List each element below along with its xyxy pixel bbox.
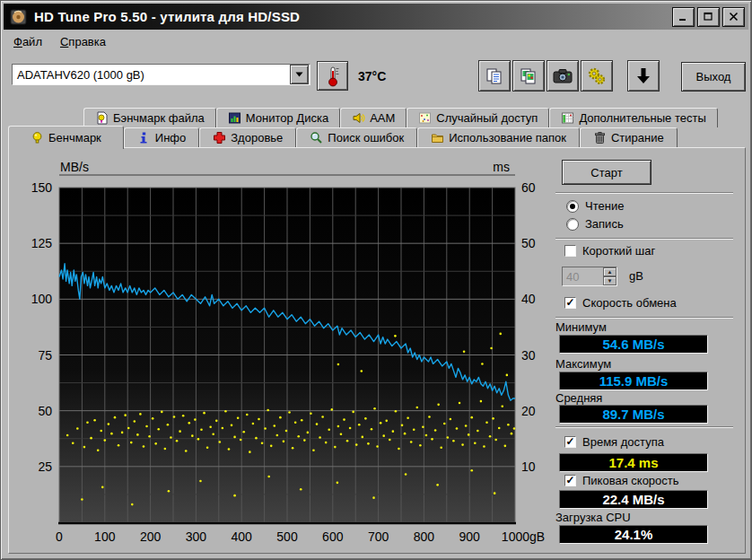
read-radio-label: Чтение	[585, 199, 624, 213]
svg-text:600: 600	[322, 529, 344, 544]
short-stride-row[interactable]: Короткий шаг	[564, 244, 655, 258]
burst-rate-checkbox[interactable]	[564, 475, 576, 486]
tab-label: Дополнительные тесты	[579, 111, 705, 125]
tab-label: Бенчмарк	[48, 131, 101, 144]
start-button[interactable]: Старт	[562, 160, 651, 185]
svg-text:125: 125	[31, 236, 53, 250]
separator	[555, 317, 733, 319]
drive-select-arrow[interactable]	[290, 65, 309, 84]
svg-text:100: 100	[31, 292, 53, 306]
separator	[555, 192, 733, 194]
tab-extra-tests[interactable]: Дополнительные тесты	[549, 108, 717, 127]
access-time-label: Время доступа	[582, 435, 664, 449]
extra-tests-icon	[561, 111, 574, 125]
burst-rate-label: Пиковая скорость	[582, 474, 679, 487]
menu-help[interactable]: Справка	[51, 32, 115, 51]
separator	[555, 238, 733, 240]
svg-text:200: 200	[140, 529, 162, 544]
temperature-value: 37°C	[358, 69, 386, 83]
save-down-arrow-icon	[635, 67, 651, 85]
tab-benchmark[interactable]: Бенчмарк	[8, 126, 124, 149]
svg-text:25: 25	[38, 459, 52, 474]
tab-row-primary: Бенчмарк Инфо Здоровье Поиск ошибок	[8, 127, 678, 147]
tab-label: Инфо	[155, 131, 186, 144]
random-access-icon	[418, 111, 432, 125]
svg-text:100: 100	[94, 529, 116, 544]
tab-disk-monitor[interactable]: Монитор Диска	[216, 108, 340, 127]
minimize-button[interactable]	[672, 7, 695, 27]
close-button[interactable]	[722, 7, 745, 27]
svg-text:700: 700	[368, 529, 389, 544]
tab-label: Использование папок	[449, 131, 566, 144]
disk-monitor-icon	[228, 111, 241, 125]
short-stride-checkbox[interactable]	[564, 245, 576, 257]
svg-text:20: 20	[521, 404, 536, 418]
spinner-down-button[interactable]: ▼	[603, 276, 616, 285]
tab-label: Поиск ошибок	[328, 131, 404, 144]
tab-info[interactable]: Инфо	[124, 127, 199, 147]
maximize-button[interactable]	[697, 7, 720, 27]
avg-label: Средняя	[555, 391, 602, 405]
stride-spinner[interactable]: 40 ▲ ▼	[562, 267, 617, 286]
min-value: 54.6 MB/s	[559, 335, 708, 354]
svg-text:400: 400	[232, 529, 253, 544]
tab-label: AAM	[370, 111, 395, 125]
min-label: Минимум	[555, 320, 607, 334]
access-time-row[interactable]: Время доступа	[564, 435, 664, 449]
tab-folder-usage[interactable]: Использование папок	[417, 127, 580, 147]
svg-text:ms: ms	[493, 160, 510, 174]
speaker-icon	[352, 111, 365, 125]
menu-file[interactable]: Файл	[4, 32, 51, 51]
write-radio[interactable]	[566, 218, 579, 231]
drive-select-value: ADATAHV620 (1000 gB)	[13, 68, 290, 82]
svg-text:1000gB: 1000gB	[502, 529, 545, 544]
tab-label: Здоровье	[231, 131, 283, 144]
screenshot-button[interactable]	[547, 60, 579, 92]
svg-text:300: 300	[186, 529, 207, 544]
svg-text:60: 60	[521, 180, 536, 195]
minimize-icon	[678, 12, 688, 22]
copy-text-button[interactable]	[478, 60, 511, 92]
tab-error-scan[interactable]: Поиск ошибок	[296, 127, 417, 147]
tab-random-access[interactable]: Случайный доступ	[407, 108, 549, 127]
max-value: 115.9 MB/s	[559, 372, 708, 390]
svg-text:150: 150	[31, 180, 53, 195]
cpu-usage-label: Загрузка CPU	[555, 511, 631, 524]
read-radio-row[interactable]: Чтение	[566, 199, 624, 213]
folder-icon	[431, 131, 444, 144]
benchmark-chart: MB/sms1501251007550256050403020100100200…	[8, 147, 550, 554]
tab-file-benchmark[interactable]: Бэнчмарк файла	[83, 108, 216, 127]
svg-text:MB/s: MB/s	[60, 160, 89, 174]
copy-text-icon	[485, 67, 503, 85]
tab-erase[interactable]: Стирание	[580, 127, 678, 147]
transfer-rate-checkbox[interactable]	[564, 297, 576, 309]
read-radio[interactable]	[566, 200, 579, 213]
stride-unit-label: gB	[629, 269, 643, 283]
settings-button[interactable]	[581, 60, 613, 92]
chevron-down-icon	[295, 72, 303, 77]
health-cross-icon	[213, 131, 226, 144]
svg-text:40: 40	[521, 292, 536, 306]
access-time-checkbox[interactable]	[564, 436, 576, 448]
burst-rate-row[interactable]: Пиковая скорость	[564, 474, 679, 487]
transfer-rate-row[interactable]: Скорость обмена	[564, 296, 677, 310]
copy-image-button[interactable]	[512, 60, 545, 92]
write-radio-row[interactable]: Запись	[566, 217, 624, 231]
exit-button[interactable]: Выход	[681, 62, 746, 92]
save-results-button[interactable]	[627, 60, 660, 92]
temperature-button[interactable]	[317, 61, 348, 91]
svg-text:900: 900	[459, 529, 481, 544]
settings-gears-icon	[587, 66, 607, 86]
svg-text:500: 500	[276, 529, 298, 544]
app-window: HD Tune Pro 5.50 - утилита для HD/SSD Фа…	[0, 0, 752, 560]
screenshot-camera-icon	[553, 68, 573, 84]
tab-aam[interactable]: AAM	[340, 108, 407, 127]
max-label: Максимум	[555, 357, 611, 371]
drive-select[interactable]: ADATAHV620 (1000 gB)	[12, 64, 310, 85]
copy-image-icon	[520, 67, 538, 85]
tab-row-secondary: Бэнчмарк файла Монитор Диска AAM	[83, 108, 718, 127]
short-stride-label: Короткий шаг	[582, 244, 655, 258]
tab-label: Случайный доступ	[436, 111, 538, 125]
spinner-up-button[interactable]: ▲	[603, 267, 616, 276]
tab-health[interactable]: Здоровье	[199, 127, 296, 147]
